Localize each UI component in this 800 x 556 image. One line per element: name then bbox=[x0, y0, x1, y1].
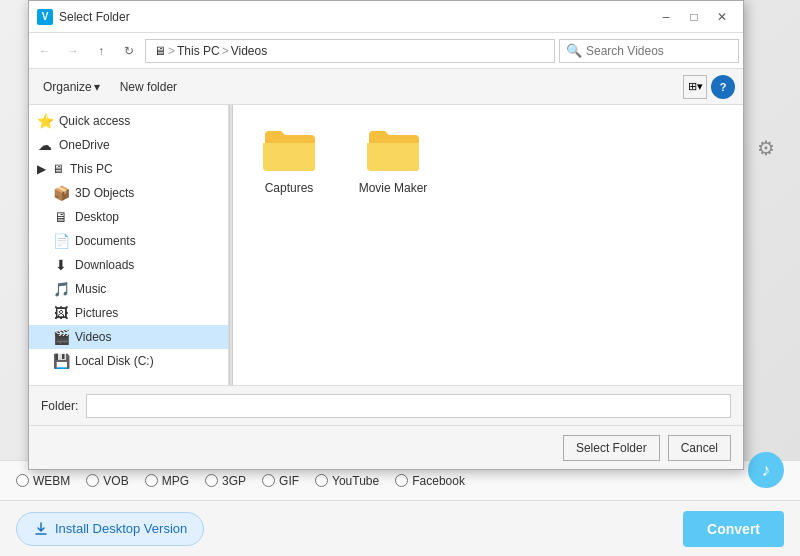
format-gif[interactable]: GIF bbox=[262, 474, 299, 488]
maximize-button[interactable]: □ bbox=[681, 7, 707, 27]
view-icon: ⊞▾ bbox=[688, 80, 703, 93]
nav-item-3d-objects[interactable]: 📦 3D Objects bbox=[29, 181, 228, 205]
documents-icon: 📄 bbox=[53, 233, 69, 249]
format-3gp[interactable]: 3GP bbox=[205, 474, 246, 488]
nav-item-local-disk[interactable]: 💾 Local Disk (C:) bbox=[29, 349, 228, 373]
up-button[interactable]: ↑ bbox=[89, 39, 113, 63]
breadcrumb-thispc: This PC bbox=[177, 44, 220, 58]
format-youtube[interactable]: YouTube bbox=[315, 474, 379, 488]
disk-icon: 💾 bbox=[53, 353, 69, 369]
address-path[interactable]: 🖥 > This PC > Videos bbox=[145, 39, 555, 63]
format-gif-label: GIF bbox=[279, 474, 299, 488]
minimize-button[interactable]: – bbox=[653, 7, 679, 27]
format-mpg[interactable]: MPG bbox=[145, 474, 189, 488]
new-folder-button[interactable]: New folder bbox=[114, 75, 183, 99]
folder-icon-captures bbox=[257, 121, 321, 177]
back-button[interactable]: ← bbox=[33, 39, 57, 63]
folder-movie-maker[interactable]: Movie Maker bbox=[353, 121, 433, 195]
radio-youtube[interactable] bbox=[315, 474, 328, 487]
folder-movie-maker-label: Movie Maker bbox=[359, 181, 428, 195]
format-vob[interactable]: VOB bbox=[86, 474, 128, 488]
nav-item-videos[interactable]: 🎬 Videos bbox=[29, 325, 228, 349]
nav-item-quick-access[interactable]: ⭐ Quick access bbox=[29, 109, 228, 133]
nav-label-3d: 3D Objects bbox=[75, 186, 134, 200]
toolbar-right: ⊞▾ ? bbox=[683, 75, 735, 99]
nav-item-onedrive[interactable]: ☁ OneDrive bbox=[29, 133, 228, 157]
nav-label-pictures: Pictures bbox=[75, 306, 118, 320]
app-bottom-bar: Install Desktop Version Convert bbox=[0, 500, 800, 556]
nav-item-pictures[interactable]: 🖼 Pictures bbox=[29, 301, 228, 325]
folder-input-bar: Folder: bbox=[29, 385, 743, 425]
install-label: Install Desktop Version bbox=[55, 521, 187, 536]
radio-gif[interactable] bbox=[262, 474, 275, 487]
folder-input-label: Folder: bbox=[41, 399, 78, 413]
nav-label-downloads: Downloads bbox=[75, 258, 134, 272]
select-folder-button[interactable]: Select Folder bbox=[563, 435, 660, 461]
help-button[interactable]: ? bbox=[711, 75, 735, 99]
3d-icon: 📦 bbox=[53, 185, 69, 201]
toolbar: Organize ▾ New folder ⊞▾ ? bbox=[29, 69, 743, 105]
expand-icon: ▶ bbox=[37, 162, 46, 176]
music-icon: ♪ bbox=[748, 452, 784, 488]
nav-item-music[interactable]: 🎵 Music bbox=[29, 277, 228, 301]
breadcrumb-computer-icon: 🖥 bbox=[154, 44, 166, 58]
search-input[interactable] bbox=[586, 44, 736, 58]
star-icon: ⭐ bbox=[37, 113, 53, 129]
nav-label-desktop: Desktop bbox=[75, 210, 119, 224]
convert-button[interactable]: Convert bbox=[683, 511, 784, 547]
nav-item-downloads[interactable]: ⬇ Downloads bbox=[29, 253, 228, 277]
organize-button[interactable]: Organize ▾ bbox=[37, 75, 106, 99]
folder-captures[interactable]: Captures bbox=[249, 121, 329, 195]
nav-label-documents: Documents bbox=[75, 234, 136, 248]
cancel-button[interactable]: Cancel bbox=[668, 435, 731, 461]
format-mpg-label: MPG bbox=[162, 474, 189, 488]
radio-facebook[interactable] bbox=[395, 474, 408, 487]
nav-label-quick-access: Quick access bbox=[59, 114, 130, 128]
titlebar-left: V Select Folder bbox=[37, 9, 130, 25]
dialog-title: Select Folder bbox=[59, 10, 130, 24]
forward-button[interactable]: → bbox=[61, 39, 85, 63]
format-vob-label: VOB bbox=[103, 474, 128, 488]
install-button[interactable]: Install Desktop Version bbox=[16, 512, 204, 546]
folder-captures-label: Captures bbox=[265, 181, 314, 195]
content-area: ⭐ Quick access ☁ OneDrive ▶ 🖥 This PC 📦 … bbox=[29, 105, 743, 385]
nav-item-desktop[interactable]: 🖥 Desktop bbox=[29, 205, 228, 229]
videos-icon: 🎬 bbox=[53, 329, 69, 345]
format-3gp-label: 3GP bbox=[222, 474, 246, 488]
music-icon-nav: 🎵 bbox=[53, 281, 69, 297]
dialog-titlebar: V Select Folder – □ ✕ bbox=[29, 1, 743, 33]
close-button[interactable]: ✕ bbox=[709, 7, 735, 27]
format-webm[interactable]: WEBM bbox=[16, 474, 70, 488]
folder-icon-movie-maker bbox=[361, 121, 425, 177]
radio-webm[interactable] bbox=[16, 474, 29, 487]
folder-input-field[interactable] bbox=[86, 394, 731, 418]
action-buttons: Select Folder Cancel bbox=[29, 425, 743, 469]
desktop-icon: 🖥 bbox=[53, 209, 69, 225]
downloads-icon: ⬇ bbox=[53, 257, 69, 273]
search-icon: 🔍 bbox=[566, 43, 582, 58]
address-bar: ← → ↑ ↻ 🖥 > This PC > Videos 🔍 bbox=[29, 33, 743, 69]
format-webm-label: WEBM bbox=[33, 474, 70, 488]
titlebar-controls: – □ ✕ bbox=[653, 7, 735, 27]
view-button[interactable]: ⊞▾ bbox=[683, 75, 707, 99]
radio-3gp[interactable] bbox=[205, 474, 218, 487]
format-facebook[interactable]: Facebook bbox=[395, 474, 465, 488]
nav-section-thispc[interactable]: ▶ 🖥 This PC bbox=[29, 157, 228, 181]
nav-label-local-disk: Local Disk (C:) bbox=[75, 354, 154, 368]
refresh-button[interactable]: ↻ bbox=[117, 39, 141, 63]
cloud-icon: ☁ bbox=[37, 137, 53, 153]
radio-vob[interactable] bbox=[86, 474, 99, 487]
organize-label: Organize bbox=[43, 80, 92, 94]
settings-icon[interactable]: ⚙ bbox=[748, 130, 784, 166]
nav-label-music: Music bbox=[75, 282, 106, 296]
format-facebook-label: Facebook bbox=[412, 474, 465, 488]
search-box: 🔍 bbox=[559, 39, 739, 63]
download-icon bbox=[33, 521, 49, 537]
organize-chevron-icon: ▾ bbox=[94, 80, 100, 94]
nav-label-onedrive: OneDrive bbox=[59, 138, 110, 152]
app-icon: V bbox=[37, 9, 53, 25]
new-folder-label: New folder bbox=[120, 80, 177, 94]
nav-item-documents[interactable]: 📄 Documents bbox=[29, 229, 228, 253]
format-youtube-label: YouTube bbox=[332, 474, 379, 488]
radio-mpg[interactable] bbox=[145, 474, 158, 487]
